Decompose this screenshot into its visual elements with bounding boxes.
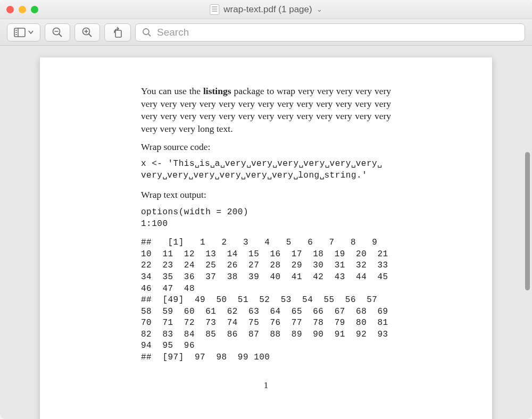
intro-paragraph: You can use the listings package to wrap… <box>141 85 391 136</box>
code-output-block: options(width = 200) 1:100 <box>141 207 391 230</box>
chevron-down-icon <box>28 30 34 35</box>
search-input[interactable] <box>157 27 518 38</box>
scrollbar-track[interactable] <box>523 46 531 419</box>
search-icon <box>142 28 152 37</box>
search-field[interactable] <box>135 23 525 41</box>
zoom-button[interactable] <box>31 6 38 13</box>
minimize-button[interactable] <box>19 6 26 13</box>
zoom-out-button[interactable] <box>45 23 70 41</box>
zoom-out-icon <box>52 27 63 38</box>
traffic-lights <box>6 6 38 13</box>
code-source-block: x <- 'Thisisaveryveryveryveryveryveryver… <box>141 158 391 181</box>
heading-output: Wrap text output: <box>141 189 391 202</box>
output-rows-block: ## [1] 1 2 3 4 5 6 7 8 9 10 11 12 13 14 … <box>141 237 391 364</box>
chevron-down-icon: ⌄ <box>317 5 322 13</box>
preview-window: wrap-text.pdf (1 page) ⌄ <box>0 0 532 419</box>
zoom-group <box>45 23 100 41</box>
rotate-button[interactable] <box>104 23 131 41</box>
zoom-in-button[interactable] <box>74 23 100 41</box>
page-number: 1 <box>141 380 391 392</box>
intro-prefix: You can use the <box>141 86 203 96</box>
window-title: wrap-text.pdf (1 page) <box>223 4 312 15</box>
svg-rect-12 <box>115 30 121 37</box>
titlebar: wrap-text.pdf (1 page) ⌄ <box>0 0 532 19</box>
scrollbar-thumb[interactable] <box>525 152 530 290</box>
sidebar-toggle-button[interactable] <box>7 23 40 41</box>
svg-point-13 <box>143 29 149 35</box>
pdf-page: You can use the listings package to wrap… <box>40 57 492 419</box>
page-viewport[interactable]: You can use the listings package to wrap… <box>0 46 532 419</box>
intro-bold: listings <box>203 86 231 96</box>
content-area: You can use the listings package to wrap… <box>0 46 532 419</box>
rotate-icon <box>111 27 124 38</box>
svg-line-14 <box>148 34 151 36</box>
zoom-in-icon <box>81 27 93 38</box>
heading-source: Wrap source code: <box>141 141 391 154</box>
close-button[interactable] <box>6 6 14 13</box>
sidebar-icon <box>14 28 26 37</box>
svg-line-6 <box>59 34 62 37</box>
code-output-line2: 1:100 <box>141 219 168 229</box>
pdf-file-icon <box>210 4 219 15</box>
svg-line-9 <box>89 34 92 37</box>
code-output-line1: options(width = 200) <box>141 207 248 217</box>
toolbar <box>0 19 532 46</box>
window-title-group[interactable]: wrap-text.pdf (1 page) ⌄ <box>210 4 322 15</box>
